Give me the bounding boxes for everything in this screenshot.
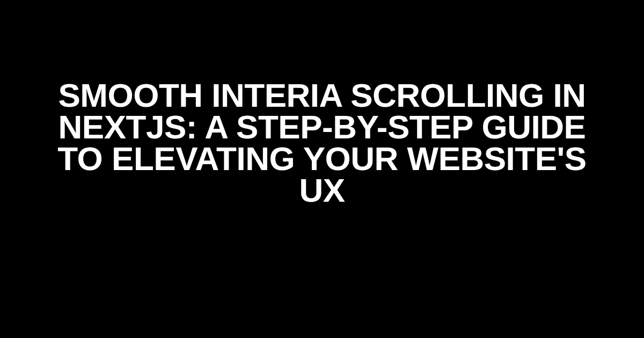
- page-title: Smooth Interia Scrolling in NextJS: A St…: [0, 80, 644, 207]
